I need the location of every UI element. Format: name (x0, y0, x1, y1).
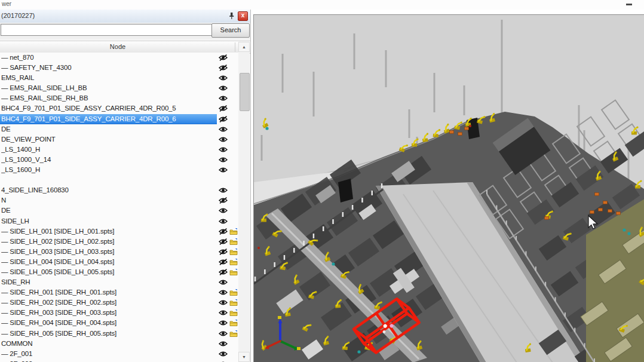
eye-icon[interactable] (219, 75, 228, 81)
tree-row-label: — SIDE_LH_005 [SIDE_LH_005.spts] (1, 267, 217, 277)
eye-icon[interactable] (219, 218, 228, 225)
tree-row[interactable]: _LS_1000_V_14 (0, 155, 238, 165)
folder-icon[interactable] (229, 268, 238, 276)
eye-off-icon[interactable] (219, 116, 228, 122)
eye-off-icon[interactable] (219, 228, 228, 235)
chevron-down-icon[interactable]: ▼ (238, 352, 250, 362)
eye-icon[interactable] (219, 351, 228, 357)
tree-row-label (1, 175, 217, 185)
tree-row-label: N (1, 195, 217, 205)
tree-row-label: — 2F_001 (1, 349, 217, 359)
eye-icon[interactable] (219, 289, 228, 296)
folder-icon[interactable] (229, 330, 238, 338)
eye-icon[interactable] (219, 309, 228, 316)
search-input[interactable] (1, 24, 213, 36)
folder-icon[interactable] (229, 258, 238, 266)
tree-row[interactable]: — SIDE_LH_004 [SIDE_LH_004.spts] (0, 257, 238, 267)
tree-row[interactable]: BHC4_F9_701_P01_SIDE_ASSY_CARRIER_4DR_R0… (0, 114, 238, 124)
tree-row[interactable]: — SIDE_LH_002 [SIDE_LH_002.spts] (0, 237, 238, 247)
search-button[interactable]: Search (211, 23, 250, 38)
eye-icon[interactable] (219, 207, 228, 214)
eye-off-icon[interactable] (219, 249, 228, 255)
eye-off-icon[interactable] (219, 65, 228, 71)
eye-icon[interactable] (219, 340, 228, 347)
eye-icon[interactable] (219, 330, 228, 337)
tree-row[interactable]: — 2F_001 (0, 349, 238, 359)
tree-row[interactable]: EMS_RAIL (0, 73, 238, 83)
tree-scrollbar[interactable]: ▲ ▼ (238, 42, 250, 362)
object-tree-panel: (20170227) x Search Node — net_870 (0, 10, 251, 362)
tree-row[interactable]: BHC4_F9_701_P01_SIDE_ASSY_CARRIER_4DR_R0… (0, 103, 238, 113)
folder-icon[interactable] (229, 289, 238, 296)
eye-icon[interactable] (219, 320, 228, 326)
close-icon[interactable]: x (238, 11, 248, 21)
eye-icon[interactable] (219, 85, 228, 91)
tree-row-label: BHC4_F9_701_P01_SIDE_ASSY_CARRIER_4DR_R0… (1, 103, 217, 113)
tree-row[interactable]: — SIDE_RH_001 [SIDE_RH_001.spts] (0, 287, 238, 297)
eye-off-icon[interactable] (219, 54, 228, 61)
tree-row-label: — SIDE_LH_001 [SIDE_LH_001.spts] (1, 226, 217, 237)
eye-icon[interactable] (219, 299, 228, 306)
tree-row-label: — SIDE_RH_004 [SIDE_RH_004.spts] (1, 318, 217, 328)
eye-off-icon[interactable] (219, 269, 228, 275)
tree-row[interactable]: — SIDE_RH_002 [SIDE_RH_002.spts] (0, 297, 238, 308)
eye-icon[interactable] (219, 136, 228, 143)
eye-icon[interactable] (219, 146, 228, 153)
tree-row[interactable]: — net_870 (0, 53, 238, 63)
eye-icon[interactable] (219, 95, 228, 102)
tree-row[interactable]: — SIDE_LH_003 [SIDE_LH_003.spts] (0, 247, 238, 257)
eye-icon[interactable] (219, 187, 228, 194)
tree-row-label: — SIDE_RH_001 [SIDE_RH_001.spts] (1, 287, 217, 297)
tree-row[interactable]: SIDE_LH (0, 216, 238, 226)
tree-row[interactable] (0, 175, 238, 185)
tree-row[interactable]: — SIDE_RH_004 [SIDE_RH_004.spts] (0, 318, 238, 328)
panel-title: (20170227) (1, 12, 35, 19)
pin-icon[interactable] (228, 11, 235, 20)
tree-row[interactable]: 4_SIDE_LINE_160830 (0, 185, 238, 195)
tree-row-label: _LS_1000_V_14 (1, 155, 217, 165)
tree-row[interactable]: — SIDE_RH_003 [SIDE_RH_003.spts] (0, 308, 238, 318)
tree-row[interactable]: — SAFETY_NET_4300 (0, 63, 238, 73)
folder-icon[interactable] (229, 228, 238, 235)
scrollbar-thumb[interactable] (240, 73, 250, 111)
folder-icon[interactable] (229, 319, 238, 327)
application-window: { "window": { "title_fragment": "wer", "… (0, 0, 644, 362)
tree-row-label: — net_870 (1, 53, 217, 63)
tree-row[interactable]: SIDE_RH (0, 277, 238, 287)
tree-row[interactable]: _LS_1600_H (0, 165, 238, 175)
tree-row[interactable]: — EMS_RAIL_SIDE_LH_BB (0, 83, 238, 93)
tree-row[interactable]: — SIDE_LH_001 [SIDE_LH_001.spts] (0, 226, 238, 237)
folder-icon[interactable] (229, 309, 238, 317)
tree-row[interactable]: DE_VIEW_POINT (0, 134, 238, 145)
eye-icon[interactable] (219, 167, 228, 173)
folder-icon[interactable] (229, 299, 238, 306)
column-separator (235, 42, 235, 52)
eye-icon[interactable] (219, 279, 228, 286)
3d-viewport-canvas[interactable] (254, 15, 644, 362)
tree-row-label: _LS_1400_H (1, 145, 217, 155)
node-column-label: Node (0, 43, 235, 50)
tree-row[interactable]: — SIDE_RH_005 [SIDE_RH_005.spts] (0, 329, 238, 339)
tree-row[interactable]: COMMON (0, 339, 238, 349)
folder-icon[interactable] (229, 238, 238, 246)
tree-row[interactable]: — EMS_RAIL_SIDE_RH_BB (0, 93, 238, 103)
tree-row[interactable]: DE (0, 124, 238, 134)
eye-off-icon[interactable] (219, 238, 228, 245)
tree-row-label: — SIDE_LH_004 [SIDE_LH_004.spts] (1, 257, 217, 267)
eye-off-icon[interactable] (219, 197, 228, 204)
eye-off-icon[interactable] (219, 259, 228, 265)
chevron-up-icon[interactable]: ▲ (238, 42, 250, 52)
tree-row[interactable]: N (0, 195, 238, 205)
tree-row-label: DE (1, 205, 217, 216)
eye-off-icon[interactable] (219, 105, 228, 112)
folder-icon[interactable] (229, 248, 238, 256)
eye-icon[interactable] (219, 157, 228, 163)
tree-row[interactable]: — 2F_002 (0, 359, 238, 362)
tree-row[interactable]: DE (0, 205, 238, 216)
node-column-header[interactable]: Node (0, 41, 250, 54)
panel-header[interactable]: (20170227) x (0, 10, 250, 23)
tree-row-label: 4_SIDE_LINE_160830 (1, 185, 217, 195)
tree-row[interactable]: — SIDE_LH_005 [SIDE_LH_005.spts] (0, 267, 238, 277)
tree-row[interactable]: _LS_1400_H (0, 145, 238, 155)
eye-icon[interactable] (219, 126, 228, 133)
